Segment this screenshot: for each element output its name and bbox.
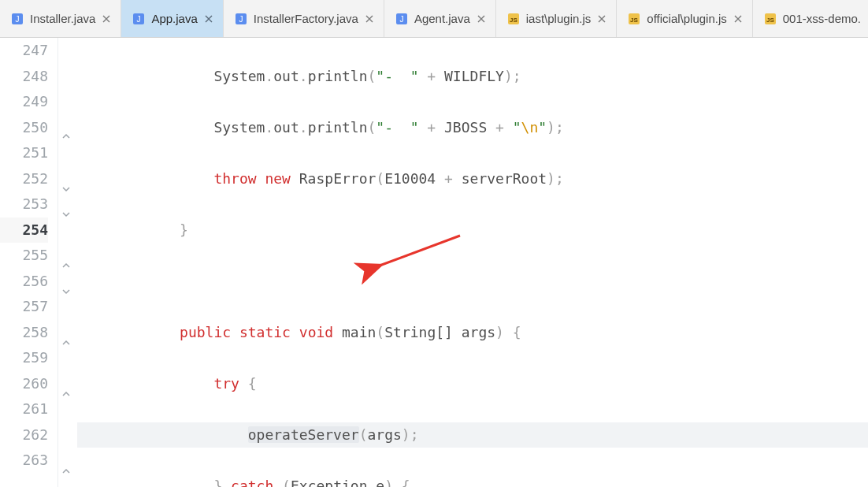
fold-marker-icon[interactable]	[61, 132, 71, 142]
svg-text:JS: JS	[630, 17, 638, 24]
java-class-icon: J	[395, 13, 408, 25]
line-number: 255	[0, 243, 48, 269]
tab-official-plugin[interactable]: JS official\plugin.js	[617, 0, 752, 37]
line-number: 259	[0, 345, 48, 371]
svg-text:J: J	[16, 15, 20, 24]
line-number: 256	[0, 269, 48, 295]
svg-text:J: J	[399, 15, 403, 24]
line-number: 261	[0, 396, 48, 422]
tab-installer[interactable]: J Installer.java	[0, 0, 121, 37]
tab-iast-plugin[interactable]: JS iast\plugin.js	[496, 0, 618, 37]
close-icon[interactable]	[365, 14, 374, 24]
code-line[interactable]: }	[77, 217, 868, 244]
tab-label: Installer.java	[30, 12, 95, 25]
fold-marker-icon[interactable]	[61, 184, 71, 194]
line-number-gutter: 2472482492502512522532542552562572582592…	[0, 38, 58, 487]
java-class-icon: J	[11, 13, 24, 25]
fold-marker-icon[interactable]	[61, 467, 71, 477]
js-file-icon: JS	[628, 13, 640, 25]
fold-marker-icon[interactable]	[61, 339, 71, 348]
js-file-icon: JS	[764, 13, 777, 25]
tab-label: iast\plugin.js	[526, 12, 592, 25]
code-content[interactable]: System.out.println("- " + WILDFLY); Syst…	[74, 38, 868, 487]
close-icon[interactable]	[102, 14, 111, 24]
fold-marker-icon[interactable]	[61, 262, 71, 271]
code-line[interactable]	[77, 269, 868, 295]
editor-tabbar: J Installer.java J App.java J InstallerF…	[0, 0, 868, 38]
line-number: 260	[0, 371, 48, 397]
code-editor[interactable]: 2472482492502512522532542552562572582592…	[0, 38, 868, 487]
close-icon[interactable]	[597, 14, 606, 24]
svg-text:J: J	[239, 15, 243, 24]
line-number: 263	[0, 448, 48, 474]
close-icon[interactable]	[204, 14, 213, 24]
line-number: 247	[0, 38, 48, 64]
line-number: 252	[0, 166, 48, 192]
code-line-current[interactable]: operateServer(args);	[77, 422, 868, 448]
line-number: 257	[0, 294, 48, 320]
tab-agent[interactable]: J Agent.java	[384, 0, 496, 37]
tab-label: official\plugin.js	[647, 12, 726, 25]
svg-text:JS: JS	[766, 17, 774, 24]
code-line[interactable]: System.out.println("- " + JBOSS + "\n");	[77, 115, 868, 141]
java-class-icon: J	[235, 13, 247, 25]
tab-installer-factory[interactable]: J InstallerFactory.java	[224, 0, 384, 37]
code-line[interactable]: throw new RaspError(E10004 + serverRoot)…	[77, 166, 868, 192]
line-number: 249	[0, 89, 48, 115]
svg-text:JS: JS	[510, 17, 517, 24]
code-line[interactable]: public static void main(String[] args) {	[77, 320, 868, 346]
code-line[interactable]: try {	[77, 371, 868, 397]
line-number: 250	[0, 115, 48, 141]
tab-app[interactable]: J App.java	[121, 0, 223, 37]
code-line[interactable]: } catch (Exception e) {	[77, 474, 868, 488]
fold-marker-icon[interactable]	[61, 210, 71, 219]
line-number: 258	[0, 320, 48, 346]
line-number: 251	[0, 140, 48, 166]
fold-column	[58, 38, 74, 487]
java-class-icon: J	[132, 13, 145, 25]
line-number: 254	[0, 217, 48, 244]
line-number: 253	[0, 191, 48, 217]
fold-marker-icon[interactable]	[61, 390, 71, 400]
js-file-icon: JS	[507, 13, 520, 25]
tab-xss-demo[interactable]: JS 001-xss-demo.	[753, 0, 868, 37]
fold-marker-icon[interactable]	[61, 287, 71, 296]
close-icon[interactable]	[733, 14, 743, 24]
tab-label: InstallerFactory.java	[254, 12, 358, 25]
tab-label: App.java	[151, 12, 197, 25]
line-number: 262	[0, 422, 48, 448]
close-icon[interactable]	[477, 14, 486, 24]
tab-label: 001-xss-demo.	[783, 12, 861, 25]
line-number: 248	[0, 64, 48, 90]
svg-text:J: J	[137, 15, 141, 24]
tab-label: Agent.java	[414, 12, 470, 25]
code-line[interactable]: System.out.println("- " + WILDFLY);	[77, 64, 868, 90]
